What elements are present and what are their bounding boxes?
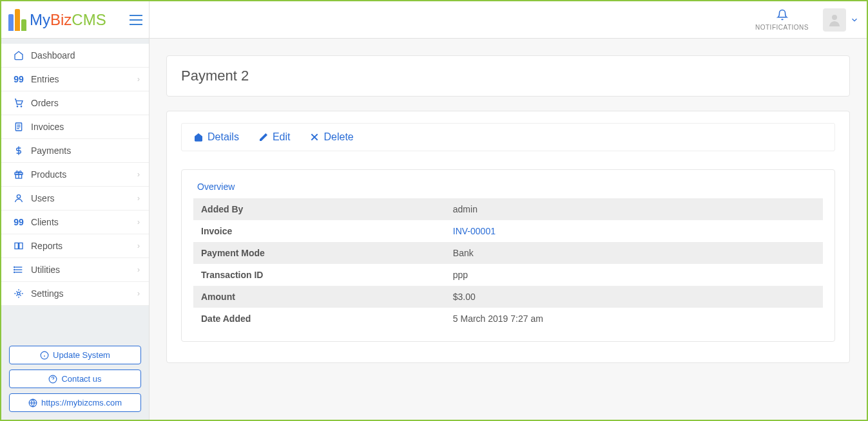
- content: Payment 2 Details Edit Delete Overview: [149, 39, 867, 420]
- user-icon: [10, 193, 27, 203]
- avatar: [823, 8, 846, 32]
- notifications-label: NOTIFICATIONS: [755, 24, 809, 31]
- svg-point-16: [14, 269, 15, 270]
- sidebar-item-settings[interactable]: Settings›: [1, 282, 149, 306]
- sidebar-item-label: Invoices: [31, 122, 140, 132]
- row-value: ppp: [445, 264, 823, 286]
- sidebar-item-label: Orders: [31, 98, 140, 108]
- chevron-down-icon: [850, 15, 859, 24]
- text-icon: 99: [10, 217, 27, 227]
- row-value: admin: [445, 198, 823, 220]
- page-header: Payment 2: [166, 55, 850, 97]
- tab-details-label: Details: [207, 131, 239, 143]
- table-row: Transaction IDppp: [193, 264, 823, 286]
- user-menu[interactable]: [823, 8, 859, 32]
- info-icon: [40, 351, 49, 360]
- close-icon: [309, 132, 320, 142]
- contact-us-label: Contact us: [61, 374, 101, 384]
- sidebar-menu: Dashboard99Entries›OrdersInvoicesPayment…: [1, 44, 149, 306]
- table-row: Payment ModeBank: [193, 242, 823, 264]
- svg-point-1: [17, 106, 17, 107]
- contact-us-button[interactable]: Contact us: [9, 370, 141, 388]
- home-icon: [193, 132, 204, 142]
- home-icon: [10, 50, 27, 61]
- svg-point-15: [14, 267, 15, 267]
- notifications-button[interactable]: NOTIFICATIONS: [755, 9, 809, 31]
- overview-table: Added ByadminInvoiceINV-00001Payment Mod…: [193, 198, 823, 330]
- svg-point-11: [17, 195, 20, 198]
- row-key: Date Added: [193, 308, 445, 330]
- invoice-link[interactable]: INV-00001: [453, 226, 496, 236]
- update-system-button[interactable]: Update System: [9, 346, 141, 364]
- tab-details[interactable]: Details: [193, 131, 239, 143]
- sidebar-item-label: Clients: [31, 217, 137, 227]
- update-system-label: Update System: [53, 350, 110, 360]
- sidebar-item-label: Settings: [31, 288, 137, 299]
- sidebar-item-utilities[interactable]: Utilities›: [1, 258, 149, 282]
- avatar-icon: [827, 12, 842, 28]
- tab-delete[interactable]: Delete: [309, 131, 353, 143]
- chevron-right-icon: ›: [137, 241, 140, 250]
- tab-delete-label: Delete: [323, 131, 353, 143]
- row-key: Added By: [193, 198, 445, 220]
- sidebar-item-orders[interactable]: Orders: [1, 91, 149, 115]
- row-key: Amount: [193, 286, 445, 308]
- chevron-right-icon: ›: [137, 194, 140, 203]
- table-row: Amount$3.00: [193, 286, 823, 308]
- sidebar-item-reports[interactable]: Reports›: [1, 234, 149, 258]
- logo-area: MyBizCMS: [1, 1, 149, 38]
- row-value: INV-00001: [445, 220, 823, 242]
- page-title: Payment 2: [181, 68, 835, 84]
- sidebar-item-clients[interactable]: 99Clients›: [1, 210, 149, 234]
- sidebar-item-label: Reports: [31, 241, 137, 251]
- tabs: Details Edit Delete: [181, 123, 835, 151]
- row-value: Bank: [445, 242, 823, 264]
- chevron-right-icon: ›: [137, 170, 140, 179]
- site-link-label: https://mybizcms.com: [41, 398, 122, 407]
- sidebar-item-entries[interactable]: 99Entries›: [1, 68, 149, 91]
- svg-point-0: [832, 15, 837, 20]
- row-value: $3.00: [445, 286, 823, 308]
- sidebar-item-users[interactable]: Users›: [1, 187, 149, 210]
- sidebar: Dashboard99Entries›OrdersInvoicesPayment…: [1, 39, 149, 420]
- row-key: Transaction ID: [193, 264, 445, 286]
- book-icon: [10, 241, 27, 251]
- chevron-right-icon: ›: [137, 289, 140, 298]
- sidebar-buttons: Update System Contact us https://mybizcm…: [1, 338, 149, 420]
- table-row: Date Added5 March 2019 7:27 am: [193, 308, 823, 330]
- text-icon: 99: [10, 74, 27, 84]
- gear-icon: [10, 288, 27, 299]
- sidebar-item-invoices[interactable]: Invoices: [1, 115, 149, 139]
- svg-point-18: [17, 292, 20, 295]
- overview-legend: Overview: [193, 182, 238, 192]
- logo[interactable]: MyBizCMS: [8, 9, 106, 31]
- sidebar-item-payments[interactable]: Payments: [1, 139, 149, 163]
- topbar: MyBizCMS NOTIFICATIONS: [1, 1, 867, 39]
- sidebar-item-products[interactable]: Products›: [1, 163, 149, 187]
- list-icon: [10, 265, 27, 275]
- topbar-right: NOTIFICATIONS: [755, 8, 859, 32]
- menu-toggle-icon[interactable]: [130, 15, 142, 25]
- sidebar-item-label: Entries: [31, 74, 137, 84]
- sidebar-item-label: Users: [31, 193, 137, 203]
- sidebar-item-label: Payments: [31, 145, 140, 156]
- overview-panel: Overview Added ByadminInvoiceINV-00001Pa…: [181, 169, 835, 342]
- doc-icon: [10, 122, 27, 132]
- bell-icon: [776, 9, 788, 21]
- chevron-right-icon: ›: [137, 265, 140, 274]
- sidebar-item-label: Dashboard: [31, 50, 140, 61]
- help-icon: [48, 375, 57, 384]
- sidebar-item-dashboard[interactable]: Dashboard: [1, 44, 149, 68]
- cart-icon: [10, 98, 27, 108]
- sidebar-item-label: Utilities: [31, 265, 137, 275]
- tab-edit-label: Edit: [273, 131, 291, 143]
- svg-point-17: [14, 272, 15, 272]
- site-link-button[interactable]: https://mybizcms.com: [9, 393, 141, 412]
- gift-icon: [10, 169, 27, 180]
- table-row: InvoiceINV-00001: [193, 220, 823, 242]
- tab-edit[interactable]: Edit: [258, 131, 291, 143]
- row-key: Invoice: [193, 220, 445, 242]
- svg-point-2: [21, 106, 21, 107]
- row-value: 5 March 2019 7:27 am: [445, 308, 823, 330]
- sidebar-item-label: Products: [31, 169, 137, 180]
